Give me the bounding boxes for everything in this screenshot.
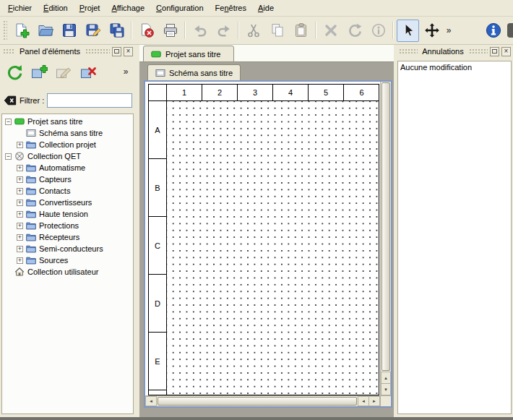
close-elements-panel-button[interactable]: × xyxy=(124,47,133,56)
menu-projet[interactable]: Projet xyxy=(74,1,106,15)
expand-icon[interactable]: + xyxy=(17,176,23,183)
collapse-icon[interactable]: − xyxy=(5,153,12,160)
tree-item-collection-qet[interactable]: −Collection QET xyxy=(2,150,133,162)
dock-grip[interactable] xyxy=(2,48,15,55)
menu-fichier[interactable]: Fichier xyxy=(2,1,38,15)
scroll-left-button[interactable]: ◄ xyxy=(145,396,157,406)
tree-item-protections[interactable]: +Protections xyxy=(2,220,133,231)
grid-dots xyxy=(167,101,379,395)
new-element-button[interactable] xyxy=(28,61,50,82)
qelectrotech-window: FichierÉditionProjetAffichageConfigurati… xyxy=(0,0,513,420)
menu-fenetres[interactable]: Fenêtres xyxy=(210,1,252,15)
about-qelectrotech-button[interactable] xyxy=(482,20,504,42)
tree-item-automatisme[interactable]: +Automatisme xyxy=(2,162,133,173)
select-mode-button[interactable] xyxy=(397,20,419,42)
menu-edition[interactable]: Édition xyxy=(38,1,74,15)
copy-button[interactable] xyxy=(266,20,288,42)
paste-button[interactable] xyxy=(290,20,312,42)
tree-item-convertisseurs[interactable]: +Convertisseurs xyxy=(2,197,133,208)
expand-icon[interactable]: + xyxy=(17,188,23,194)
tree-item-collection-utilisateur[interactable]: Collection utilisateur xyxy=(2,266,133,278)
diagram-canvas[interactable]: 123456 ABCDE xyxy=(145,82,380,395)
scroll-right-button[interactable]: ► xyxy=(368,396,380,406)
project-tab-bar: Projet sans titre xyxy=(139,45,394,62)
toolbar-overflow-button[interactable]: » xyxy=(444,25,454,35)
toolbar-drag-handle[interactable] xyxy=(3,20,7,40)
menu-configuration[interactable]: Configuration xyxy=(150,1,209,15)
tree-item-label: Semi-conducteurs xyxy=(39,244,103,253)
float-undo-panel-button[interactable] xyxy=(490,47,499,56)
close-undo-panel-button[interactable]: × xyxy=(501,47,511,56)
element-info-button[interactable] xyxy=(367,20,389,42)
elements-panel-toolbar: » xyxy=(0,58,135,85)
tree-item-recepteurs[interactable]: +Récepteurs xyxy=(2,231,133,243)
diagram-tab[interactable]: Schéma sans titre xyxy=(147,64,241,80)
main-toolbar: » xyxy=(0,17,513,45)
project-tab[interactable]: Projet sans titre xyxy=(143,46,234,62)
expand-icon[interactable]: + xyxy=(17,165,23,171)
save-button[interactable] xyxy=(58,20,80,42)
dock-grip[interactable] xyxy=(85,48,110,55)
visualisation-mode-button[interactable] xyxy=(421,20,443,42)
horizontal-scrollbar[interactable]: ◄ ◄ ► xyxy=(145,395,380,406)
folder-icon xyxy=(26,174,36,184)
menu-affichage[interactable]: Affichage xyxy=(105,1,150,15)
scroll-down-button[interactable]: ▼ xyxy=(381,383,391,395)
expand-icon[interactable]: + xyxy=(17,257,23,264)
expand-icon[interactable]: + xyxy=(17,234,23,241)
open-project-button[interactable] xyxy=(34,20,56,42)
clear-filter-button[interactable] xyxy=(4,93,17,108)
vertical-scrollbar[interactable]: ▲ ▼ xyxy=(380,82,391,395)
reload-collections-button[interactable] xyxy=(4,61,25,82)
edit-element-button[interactable] xyxy=(53,61,74,82)
rotate-button[interactable] xyxy=(343,20,366,42)
undo-button[interactable] xyxy=(189,20,211,42)
close-file-button[interactable] xyxy=(135,20,158,42)
scroll-up-button[interactable]: ▲ xyxy=(381,372,391,384)
row-header-E: E xyxy=(149,333,166,390)
menu-aide[interactable]: Aide xyxy=(252,1,280,15)
cut-button[interactable] xyxy=(242,20,264,42)
tree-item-label: Projet sans titre xyxy=(27,117,82,126)
tree-item-capteurs[interactable]: +Capteurs xyxy=(2,173,133,185)
save-as-button[interactable] xyxy=(82,20,104,42)
tree-item-contacts[interactable]: +Contacts xyxy=(2,185,133,197)
clipped-toolbar-button[interactable] xyxy=(506,20,513,42)
expand-icon[interactable]: + xyxy=(17,246,23,252)
tree-item-collection-projet[interactable]: +Collection projet xyxy=(2,139,133,150)
scroll-left-button-2[interactable]: ◄ xyxy=(358,396,369,406)
float-elements-panel-button[interactable] xyxy=(112,47,121,56)
delete-button[interactable] xyxy=(319,20,342,42)
dock-grip[interactable] xyxy=(468,48,488,55)
float-icon xyxy=(114,49,119,53)
delete-element-button[interactable] xyxy=(77,61,99,82)
new-project-button[interactable] xyxy=(10,20,33,42)
toolbar-separator xyxy=(313,22,319,39)
diagram-tab-bar: Schéma sans titre xyxy=(144,64,392,80)
vertical-scrollbar-thumb[interactable] xyxy=(381,82,390,371)
undo-list[interactable]: Aucune modification xyxy=(397,61,512,414)
redo-button[interactable] xyxy=(212,20,235,42)
expand-icon[interactable]: + xyxy=(17,223,23,229)
tree-item-sources[interactable]: +Sources xyxy=(2,254,133,266)
tree-item-haute-tension[interactable]: +Haute tension xyxy=(2,208,133,220)
folder-icon xyxy=(26,140,36,150)
row-header-D: D xyxy=(149,275,166,333)
expand-icon[interactable]: + xyxy=(17,211,23,218)
expand-icon[interactable]: + xyxy=(17,142,23,148)
expand-icon[interactable]: + xyxy=(17,200,23,206)
horizontal-scrollbar-thumb[interactable] xyxy=(158,397,357,406)
print-button[interactable] xyxy=(159,20,181,42)
tree-item-label: Collection utilisateur xyxy=(27,267,98,276)
tree-item-projet-sans-titre[interactable]: −Projet sans titre xyxy=(2,116,133,127)
diagram-view: 123456 ABCDE ▲ ▼ ◄ xyxy=(144,80,392,408)
filter-input[interactable] xyxy=(47,93,132,108)
tree-item-semi-conducteurs[interactable]: +Semi-conducteurs xyxy=(2,243,133,254)
row-header-B: B xyxy=(149,159,166,217)
save-all-button[interactable] xyxy=(105,20,128,42)
collapse-icon[interactable]: − xyxy=(5,119,12,125)
tree-item-schema-sans-titre[interactable]: Schéma sans titre xyxy=(2,127,133,139)
dock-grip[interactable] xyxy=(398,48,418,55)
folder-icon xyxy=(26,186,36,196)
panel-toolbar-overflow-button[interactable]: » xyxy=(121,67,131,77)
